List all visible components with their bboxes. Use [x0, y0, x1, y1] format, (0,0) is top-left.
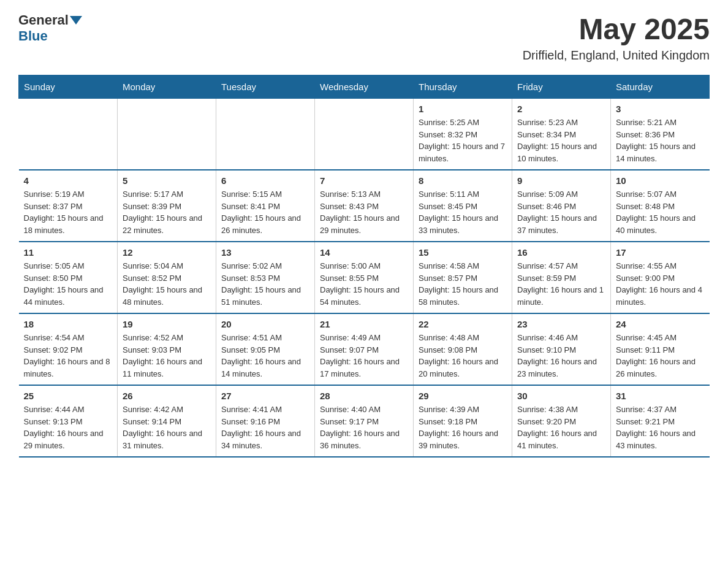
day-info: Sunrise: 5:00 AMSunset: 8:55 PMDaylight:… [320, 260, 408, 308]
day-number: 23 [517, 319, 605, 329]
calendar-day-header: Friday [512, 75, 611, 99]
day-number: 7 [320, 175, 408, 186]
day-number: 25 [24, 391, 113, 401]
day-number: 12 [123, 247, 211, 258]
day-info: Sunrise: 5:13 AMSunset: 8:43 PMDaylight:… [320, 188, 408, 236]
calendar-day-cell: 14Sunrise: 5:00 AMSunset: 8:55 PMDayligh… [315, 242, 414, 313]
day-info: Sunrise: 4:38 AMSunset: 9:20 PMDaylight:… [517, 404, 605, 451]
day-info: Sunrise: 4:40 AMSunset: 9:17 PMDaylight:… [320, 404, 408, 451]
day-number: 18 [24, 319, 113, 329]
month-year-title: May 2025 [523, 12, 710, 46]
calendar-day-cell: 3Sunrise: 5:21 AMSunset: 8:36 PMDaylight… [611, 99, 710, 170]
day-info: Sunrise: 4:42 AMSunset: 9:14 PMDaylight:… [123, 404, 211, 451]
day-info: Sunrise: 4:37 AMSunset: 9:21 PMDaylight:… [616, 404, 705, 451]
calendar-day-cell: 2Sunrise: 5:23 AMSunset: 8:34 PMDaylight… [512, 99, 611, 170]
day-number: 28 [320, 391, 408, 401]
calendar-day-cell: 20Sunrise: 4:51 AMSunset: 9:05 PMDayligh… [216, 313, 315, 385]
day-number: 4 [24, 175, 113, 186]
day-info: Sunrise: 5:09 AMSunset: 8:46 PMDaylight:… [517, 188, 605, 236]
calendar-week-row: 25Sunrise: 4:44 AMSunset: 9:13 PMDayligh… [19, 385, 710, 457]
day-number: 31 [616, 391, 705, 401]
calendar-day-cell: 11Sunrise: 5:05 AMSunset: 8:50 PMDayligh… [19, 242, 118, 313]
calendar-header-row: SundayMondayTuesdayWednesdayThursdayFrid… [19, 75, 710, 99]
day-info: Sunrise: 4:41 AMSunset: 9:16 PMDaylight:… [221, 404, 309, 451]
calendar-day-cell: 19Sunrise: 4:52 AMSunset: 9:03 PMDayligh… [118, 313, 216, 385]
day-number: 9 [517, 175, 605, 186]
day-number: 15 [419, 247, 507, 258]
day-number: 27 [221, 391, 309, 401]
day-number: 21 [320, 319, 408, 329]
calendar-week-row: 1Sunrise: 5:25 AMSunset: 8:32 PMDaylight… [19, 99, 710, 170]
day-number: 2 [517, 104, 605, 114]
calendar-day-cell [216, 99, 315, 170]
logo-general-text: General [18, 12, 69, 28]
day-info: Sunrise: 4:54 AMSunset: 9:02 PMDaylight:… [24, 332, 113, 380]
calendar-day-cell: 7Sunrise: 5:13 AMSunset: 8:43 PMDaylight… [315, 170, 414, 242]
day-number: 3 [616, 104, 705, 114]
day-number: 5 [123, 175, 211, 186]
calendar-week-row: 18Sunrise: 4:54 AMSunset: 9:02 PMDayligh… [19, 313, 710, 385]
day-number: 1 [419, 104, 507, 114]
day-number: 11 [24, 247, 113, 258]
calendar-day-cell: 26Sunrise: 4:42 AMSunset: 9:14 PMDayligh… [118, 385, 216, 457]
calendar-day-cell: 22Sunrise: 4:48 AMSunset: 9:08 PMDayligh… [414, 313, 512, 385]
day-number: 24 [616, 319, 705, 329]
calendar-day-cell: 24Sunrise: 4:45 AMSunset: 9:11 PMDayligh… [611, 313, 710, 385]
calendar-day-header: Thursday [414, 75, 512, 99]
day-number: 19 [123, 319, 211, 329]
day-info: Sunrise: 5:05 AMSunset: 8:50 PMDaylight:… [24, 260, 113, 308]
day-info: Sunrise: 5:02 AMSunset: 8:53 PMDaylight:… [221, 260, 309, 308]
day-info: Sunrise: 4:52 AMSunset: 9:03 PMDaylight:… [123, 332, 211, 380]
day-info: Sunrise: 4:51 AMSunset: 9:05 PMDaylight:… [221, 332, 309, 380]
day-number: 20 [221, 319, 309, 329]
calendar-day-cell [19, 99, 118, 170]
calendar-day-header: Saturday [611, 75, 710, 99]
day-info: Sunrise: 5:25 AMSunset: 8:32 PMDaylight:… [419, 117, 507, 164]
calendar-day-cell: 27Sunrise: 4:41 AMSunset: 9:16 PMDayligh… [216, 385, 315, 457]
day-number: 13 [221, 247, 309, 258]
day-number: 8 [419, 175, 507, 186]
day-number: 30 [517, 391, 605, 401]
calendar-table: SundayMondayTuesdayWednesdayThursdayFrid… [18, 75, 710, 458]
day-info: Sunrise: 4:46 AMSunset: 9:10 PMDaylight:… [517, 332, 605, 380]
logo-blue-text: Blue [18, 28, 48, 44]
calendar-day-cell: 17Sunrise: 4:55 AMSunset: 9:00 PMDayligh… [611, 242, 710, 313]
calendar-day-cell: 6Sunrise: 5:15 AMSunset: 8:41 PMDaylight… [216, 170, 315, 242]
calendar-week-row: 4Sunrise: 5:19 AMSunset: 8:37 PMDaylight… [19, 170, 710, 242]
day-number: 6 [221, 175, 309, 186]
calendar-day-cell: 23Sunrise: 4:46 AMSunset: 9:10 PMDayligh… [512, 313, 611, 385]
day-info: Sunrise: 5:21 AMSunset: 8:36 PMDaylight:… [616, 117, 705, 164]
calendar-day-cell: 4Sunrise: 5:19 AMSunset: 8:37 PMDaylight… [19, 170, 118, 242]
day-info: Sunrise: 4:45 AMSunset: 9:11 PMDaylight:… [616, 332, 705, 380]
day-number: 26 [123, 391, 211, 401]
calendar-day-cell: 29Sunrise: 4:39 AMSunset: 9:18 PMDayligh… [414, 385, 512, 457]
day-info: Sunrise: 4:48 AMSunset: 9:08 PMDaylight:… [419, 332, 507, 380]
day-number: 10 [616, 175, 705, 186]
logo: General Blue [18, 12, 83, 44]
calendar-day-cell: 31Sunrise: 4:37 AMSunset: 9:21 PMDayligh… [611, 385, 710, 457]
calendar-day-header: Monday [118, 75, 216, 99]
day-info: Sunrise: 5:19 AMSunset: 8:37 PMDaylight:… [24, 188, 113, 236]
location-subtitle: Driffield, England, United Kingdom [523, 48, 710, 63]
calendar-day-header: Wednesday [315, 75, 414, 99]
day-info: Sunrise: 5:07 AMSunset: 8:48 PMDaylight:… [616, 188, 705, 236]
day-info: Sunrise: 5:17 AMSunset: 8:39 PMDaylight:… [123, 188, 211, 236]
calendar-day-cell: 13Sunrise: 5:02 AMSunset: 8:53 PMDayligh… [216, 242, 315, 313]
calendar-day-cell: 30Sunrise: 4:38 AMSunset: 9:20 PMDayligh… [512, 385, 611, 457]
day-number: 14 [320, 247, 408, 258]
calendar-day-cell: 21Sunrise: 4:49 AMSunset: 9:07 PMDayligh… [315, 313, 414, 385]
calendar-day-cell: 10Sunrise: 5:07 AMSunset: 8:48 PMDayligh… [611, 170, 710, 242]
day-number: 29 [419, 391, 507, 401]
calendar-day-cell: 12Sunrise: 5:04 AMSunset: 8:52 PMDayligh… [118, 242, 216, 313]
day-info: Sunrise: 4:39 AMSunset: 9:18 PMDaylight:… [419, 404, 507, 451]
page-header: General Blue May 2025 Driffield, England… [18, 12, 710, 63]
day-info: Sunrise: 5:23 AMSunset: 8:34 PMDaylight:… [517, 117, 605, 164]
day-number: 16 [517, 247, 605, 258]
calendar-day-cell: 15Sunrise: 4:58 AMSunset: 8:57 PMDayligh… [414, 242, 512, 313]
day-info: Sunrise: 4:58 AMSunset: 8:57 PMDaylight:… [419, 260, 507, 308]
calendar-day-header: Sunday [19, 75, 118, 99]
calendar-day-cell: 9Sunrise: 5:09 AMSunset: 8:46 PMDaylight… [512, 170, 611, 242]
day-info: Sunrise: 4:57 AMSunset: 8:59 PMDaylight:… [517, 260, 605, 308]
calendar-day-cell: 5Sunrise: 5:17 AMSunset: 8:39 PMDaylight… [118, 170, 216, 242]
day-info: Sunrise: 5:04 AMSunset: 8:52 PMDaylight:… [123, 260, 211, 308]
